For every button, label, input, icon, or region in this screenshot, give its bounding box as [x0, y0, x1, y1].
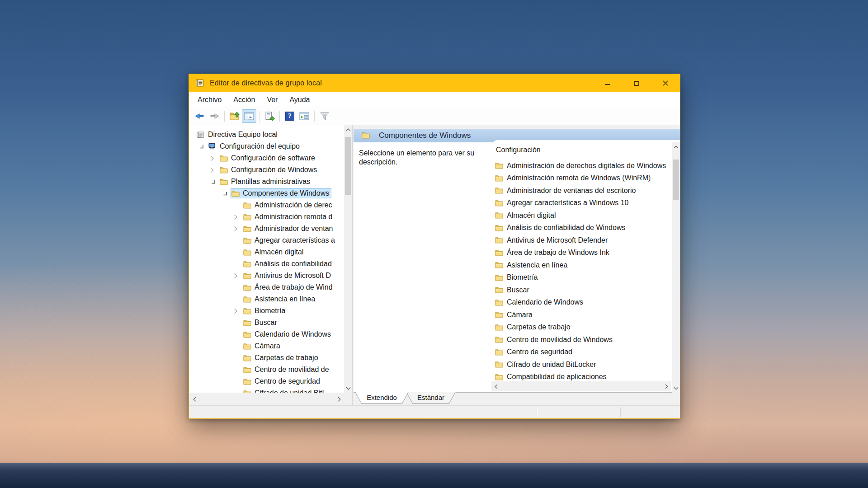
tree-item-inner[interactable]: Agregar características a: [242, 235, 337, 245]
tree-chevron-collapsed-icon[interactable]: [234, 226, 242, 232]
setting-item-9[interactable]: Biometría: [491, 272, 672, 284]
tree-hscrollbar-thumb[interactable]: [201, 395, 264, 403]
tree-chevron-expanded-icon[interactable]: [222, 191, 231, 196]
title-bar[interactable]: Editor de directivas de grupo local: [189, 74, 680, 92]
setting-item-10[interactable]: Buscar: [491, 284, 672, 296]
setting-item-11[interactable]: Calendario de Windows: [491, 296, 672, 309]
close-button[interactable]: [651, 74, 680, 92]
tree-item-inner[interactable]: Calendario de Windows: [242, 329, 333, 339]
tree-item-inner[interactable]: Asistencia en línea: [242, 294, 317, 304]
tree-item-12[interactable]: Antivirus de Microsoft D: [189, 270, 344, 282]
setting-item-6[interactable]: Antivirus de Microsoft Defender: [491, 234, 672, 247]
back-arrow-button[interactable]: [193, 109, 207, 123]
setting-item-5[interactable]: Análisis de confiabilidad de Windows: [491, 222, 672, 235]
tree-item-1[interactable]: Configuración del equipo: [189, 141, 344, 152]
list-scroll-down-arrow[interactable]: [672, 384, 680, 393]
tree-chevron-collapsed-icon[interactable]: [210, 155, 219, 161]
tree-item-inner[interactable]: Administrador de ventan: [242, 224, 335, 234]
tree-item-inner[interactable]: Configuración del equipo: [207, 141, 302, 151]
tree-item-18[interactable]: Cámara: [189, 340, 344, 352]
tree-chevron-collapsed-icon[interactable]: [234, 308, 242, 314]
tree-item-15[interactable]: Biometría: [189, 305, 344, 317]
setting-item-3[interactable]: Agregar características a Windows 10: [491, 197, 672, 210]
tree-item-inner[interactable]: Administración remota d: [242, 212, 335, 222]
minimize-button[interactable]: [593, 74, 622, 92]
tree-chevron-collapsed-icon[interactable]: [234, 214, 242, 220]
tree-item-0[interactable]: Directiva Equipo local: [189, 129, 344, 141]
tree-scroll-up-arrow[interactable]: [344, 125, 352, 134]
tree-item-inner[interactable]: Centro de movilidad de: [242, 365, 331, 375]
tree-item-5[interactable]: Componentes de Windows: [189, 188, 344, 199]
tree-item-20[interactable]: Centro de movilidad de: [189, 364, 344, 375]
tree-item-inner[interactable]: Buscar: [242, 318, 279, 328]
tree-item-inner[interactable]: Cifrado de unidad BitL: [242, 388, 328, 393]
tree-item-inner[interactable]: Área de trabajo de Wind: [242, 282, 335, 292]
tree-item-inner[interactable]: Almacén digital: [242, 247, 306, 257]
tree-item-16[interactable]: Buscar: [189, 317, 344, 328]
filter-button[interactable]: [317, 109, 332, 123]
tree-scroll-right-arrow[interactable]: [335, 394, 344, 404]
setting-item-14[interactable]: Centro de movilidad de Windows: [491, 333, 672, 346]
list-scroll-left-arrow[interactable]: [491, 381, 500, 391]
tab-estandar[interactable]: Estándar: [406, 392, 456, 405]
column-header-configuracion[interactable]: Configuración: [496, 146, 672, 160]
menu-item-archivo[interactable]: Archivo: [192, 92, 227, 107]
console-tree-button[interactable]: [242, 109, 256, 123]
setting-item-7[interactable]: Área de trabajo de Windows Ink: [491, 247, 672, 259]
setting-item-13[interactable]: Carpetas de trabajo: [491, 321, 672, 334]
tree-item-inner[interactable]: Administración de derec: [242, 200, 335, 210]
menu-item-ver[interactable]: Ver: [261, 92, 283, 107]
setting-item-2[interactable]: Administrador de ventanas del escritorio: [491, 184, 672, 197]
tree-item-22[interactable]: Cifrado de unidad BitL: [189, 387, 344, 393]
tree-item-2[interactable]: Configuración de software: [189, 152, 344, 164]
tree-item-21[interactable]: Centro de seguridad: [189, 375, 344, 387]
tree-item-inner[interactable]: Centro de seguridad: [242, 376, 322, 386]
tree-item-13[interactable]: Área de trabajo de Wind: [189, 282, 344, 293]
console-window-button[interactable]: [297, 109, 311, 123]
menu-item-ayuda[interactable]: Ayuda: [283, 92, 316, 107]
list-vertical-scrollbar[interactable]: [672, 142, 680, 393]
setting-item-8[interactable]: Asistencia en línea: [491, 259, 672, 272]
list-scroll-right-arrow[interactable]: [662, 381, 671, 391]
setting-item-0[interactable]: Administración de derechos digitales de …: [491, 160, 672, 172]
tree-item-inner[interactable]: Antivirus de Microsoft D: [242, 271, 333, 281]
setting-item-12[interactable]: Cámara: [491, 309, 672, 321]
tree-item-19[interactable]: Carpetas de trabajo: [189, 352, 344, 364]
tree-item-8[interactable]: Administrador de ventan: [189, 223, 344, 235]
tree-item-inner[interactable]: Directiva Equipo local: [195, 130, 280, 140]
tree-item-inner[interactable]: Configuración de software: [219, 153, 317, 163]
tree-item-inner[interactable]: Plantillas administrativas: [219, 177, 312, 187]
tree-chevron-expanded-icon[interactable]: [198, 144, 207, 149]
tree-chevron-collapsed-icon[interactable]: [210, 167, 219, 173]
tree-item-4[interactable]: Plantillas administrativas: [189, 176, 344, 188]
tree-item-9[interactable]: Agregar características a: [189, 235, 344, 246]
tree-item-11[interactable]: Análisis de confiabilidad: [189, 258, 344, 270]
setting-item-4[interactable]: Almacén digital: [491, 209, 672, 222]
tree-horizontal-scrollbar[interactable]: [190, 394, 344, 404]
list-scrollbar-thumb[interactable]: [673, 160, 679, 200]
setting-item-1[interactable]: Administración remota de Windows (WinRM): [491, 172, 672, 185]
tree-item-7[interactable]: Administración remota d: [189, 211, 344, 223]
list-hscrollbar-thumb[interactable]: [501, 382, 574, 390]
tree-scrollbar-thumb[interactable]: [345, 137, 351, 195]
menu-item-accion[interactable]: Acción: [227, 92, 261, 107]
forward-arrow-button[interactable]: [207, 109, 222, 123]
tree-chevron-collapsed-icon[interactable]: [234, 273, 242, 279]
tree-item-inner[interactable]: Análisis de confiabilidad: [242, 259, 334, 269]
tab-extendido[interactable]: Extendido: [355, 392, 409, 405]
help-button[interactable]: ?: [283, 109, 297, 123]
export-list-button[interactable]: [262, 109, 277, 123]
tree-vertical-scrollbar[interactable]: [344, 125, 352, 393]
setting-item-15[interactable]: Centro de seguridad: [491, 346, 672, 359]
tree-item-6[interactable]: Administración de derec: [189, 199, 344, 211]
list-horizontal-scrollbar[interactable]: [491, 381, 671, 391]
tree-item-selected-highlight[interactable]: Componentes de Windows: [231, 188, 331, 198]
tree-item-10[interactable]: Almacén digital: [189, 246, 344, 258]
parent-folder-button[interactable]: [227, 109, 242, 123]
tree-scroll-down-arrow[interactable]: [344, 384, 352, 393]
tree-item-inner[interactable]: Cámara: [242, 341, 283, 351]
maximize-button[interactable]: [622, 74, 651, 92]
tree-item-inner[interactable]: Biometría: [242, 306, 288, 316]
tree-item-3[interactable]: Configuración de Windows: [189, 164, 344, 176]
tree-item-inner[interactable]: Carpetas de trabajo: [242, 353, 321, 363]
